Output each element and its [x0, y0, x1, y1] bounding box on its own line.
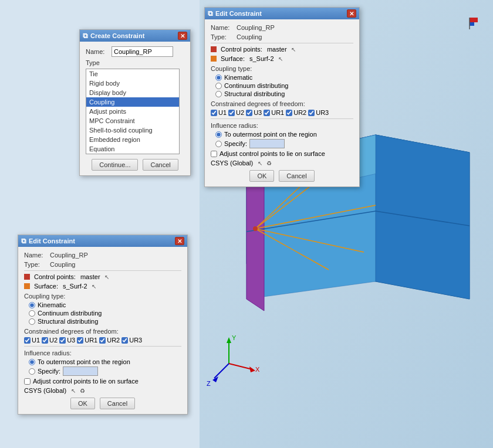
cb-u2-bot[interactable]: [42, 337, 48, 344]
bot-type-label: Type:: [24, 261, 48, 268]
radio-specify-top-label: Specify:: [224, 140, 247, 147]
edit-constraint-top-dialog: ⧉ Edit Constraint ✕ Name: Coupling_RP Ty…: [204, 7, 360, 187]
edit-constraint-top-title: Edit Constraint: [215, 10, 262, 17]
ok-button-top[interactable]: OK: [249, 170, 274, 182]
list-item-equation[interactable]: Equation: [86, 144, 179, 154]
dialog-icon: ⧉: [83, 32, 88, 40]
radio-outermost-bot-label: To outermost point on the region: [38, 358, 130, 365]
bot-coupling-label: Coupling type:: [24, 293, 181, 300]
continue-button[interactable]: Continue...: [92, 159, 138, 171]
edit-constraint-bottom-close[interactable]: ✕: [175, 237, 184, 245]
control-icon: [211, 46, 217, 52]
radio-kinematic-bot-label: Kinematic: [38, 301, 66, 308]
surface-icon: [211, 56, 217, 62]
cb-ur1-top-label: UR1: [271, 109, 284, 116]
list-item-embedded[interactable]: Embedded region: [86, 135, 179, 144]
bot-constrained-dof-label: Constrained degrees of freedom:: [24, 328, 181, 335]
adjust-cb-bot[interactable]: [24, 378, 31, 385]
radio-structural-top-label: Structural distributing: [224, 90, 285, 97]
cp-value: master: [267, 46, 287, 53]
cp-cursor-icon: ↖: [291, 46, 296, 53]
adjust-label-bot: Adjust control points to lie on surface: [33, 378, 139, 385]
cancel-button-bot[interactable]: Cancel: [100, 398, 135, 409]
cb-u3-bot[interactable]: [59, 337, 66, 344]
cancel-button-top[interactable]: Cancel: [279, 170, 314, 182]
cb-u2-top[interactable]: [228, 110, 235, 116]
csys-bot-icon2: ♻: [80, 388, 85, 394]
cb-ur2-top[interactable]: [286, 110, 292, 116]
bot-cp-cursor: ↖: [104, 274, 109, 280]
csys-label-top: CSYS (Global): [211, 159, 253, 167]
bot-surf-label: Surface:: [34, 283, 58, 290]
list-item-tie[interactable]: Tie: [86, 69, 179, 79]
cb-ur1-bot[interactable]: [77, 337, 83, 344]
cb-ur1-top[interactable]: [264, 110, 270, 116]
radio-specify-bot-label: Specify:: [38, 368, 60, 375]
svg-text:X: X: [255, 366, 260, 373]
radio-structural-bot-label: Structural distributing: [38, 318, 98, 325]
cb-u3-bot-label: U3: [67, 337, 75, 344]
constraint-type-listbox: Tie Rigid body Display body Coupling Adj…: [86, 69, 180, 154]
edit-constraint-top-close[interactable]: ✕: [347, 9, 356, 18]
radio-outermost-bot[interactable]: [29, 359, 35, 365]
cb-u2-bot-label: U2: [49, 337, 58, 344]
cb-u1-bot-label: U1: [32, 337, 40, 344]
specify-input-top[interactable]: [249, 139, 285, 148]
cb-u2-top-label: U2: [236, 109, 244, 116]
create-constraint-title: Create Constraint: [90, 32, 144, 39]
radio-specify-bot[interactable]: [29, 368, 35, 375]
ok-button-bot[interactable]: OK: [70, 398, 95, 409]
svg-text:Z: Z: [207, 380, 211, 387]
cb-u1-top[interactable]: [211, 110, 217, 116]
list-item-shell[interactable]: Shell-to-solid coupling: [86, 125, 179, 135]
edit-dialog-top-icon: ⧉: [208, 9, 213, 18]
csys-cursor-icon1: ↖: [258, 160, 262, 167]
list-item-coupling[interactable]: Coupling: [86, 97, 179, 107]
edit-constraint-bottom-title: Edit Constraint: [29, 237, 75, 245]
cb-ur2-top-label: UR2: [293, 109, 306, 116]
radio-kinematic-bot[interactable]: [29, 302, 35, 308]
specify-input-bot[interactable]: [63, 366, 98, 376]
radio-continuum-bot[interactable]: [29, 310, 35, 317]
radio-outermost-top-label: To outermost point on the region: [224, 131, 317, 138]
cb-ur2-bot-label: UR2: [107, 337, 120, 344]
create-constraint-close[interactable]: ✕: [178, 32, 187, 40]
cb-ur3-top[interactable]: [308, 110, 315, 116]
cb-ur3-top-label: UR3: [316, 109, 329, 116]
name-input[interactable]: [112, 46, 173, 57]
cb-ur2-bot[interactable]: [99, 337, 106, 344]
cb-ur3-bot[interactable]: [121, 337, 128, 344]
list-item-adjust[interactable]: Adjust points: [86, 107, 179, 116]
influence-label-top: Influence radius:: [211, 122, 353, 129]
bot-cp-value: master: [80, 273, 100, 280]
name-label: Name:: [86, 48, 109, 55]
cb-u1-bot[interactable]: [24, 337, 31, 344]
top-type-value: Coupling: [237, 33, 262, 40]
surf-cursor-icon: ↖: [278, 56, 283, 62]
bot-influence-label: Influence radius:: [24, 349, 181, 357]
cb-u3-top[interactable]: [246, 110, 252, 116]
svg-rect-28: [470, 18, 478, 22]
edit-constraint-bottom-dialog: ⧉ Edit Constraint ✕ Name: Coupling_RP Ty…: [18, 235, 188, 415]
radio-continuum-bot-label: Continuum distributing: [38, 310, 102, 317]
radio-continuum-top-label: Continuum distributing: [224, 82, 288, 89]
list-item-display[interactable]: Display body: [86, 88, 179, 97]
csys-cursor-icon2: ♻: [266, 160, 272, 167]
cancel-button-create[interactable]: Cancel: [143, 159, 178, 171]
radio-continuum-top[interactable]: [215, 83, 222, 89]
bot-name-label: Name:: [24, 252, 48, 259]
radio-kinematic-top[interactable]: [215, 74, 222, 81]
radio-structural-bot[interactable]: [29, 318, 35, 325]
svg-text:Y: Y: [232, 334, 237, 341]
radio-outermost-top[interactable]: [215, 131, 222, 138]
adjust-cb-top[interactable]: [211, 151, 217, 157]
list-item-rigid[interactable]: Rigid body: [86, 79, 179, 88]
bot-surf-value: s_Surf-2: [63, 283, 87, 290]
csys-label-bot: CSYS (Global): [24, 387, 66, 394]
list-item-mpc[interactable]: MPC Constraint: [86, 116, 179, 125]
radio-structural-top[interactable]: [215, 91, 222, 97]
radio-specify-top[interactable]: [215, 141, 222, 147]
coupling-type-label: Coupling type:: [211, 65, 353, 72]
cb-ur3-bot-label: UR3: [129, 337, 142, 344]
bot-name-value: Coupling_RP: [50, 252, 88, 259]
